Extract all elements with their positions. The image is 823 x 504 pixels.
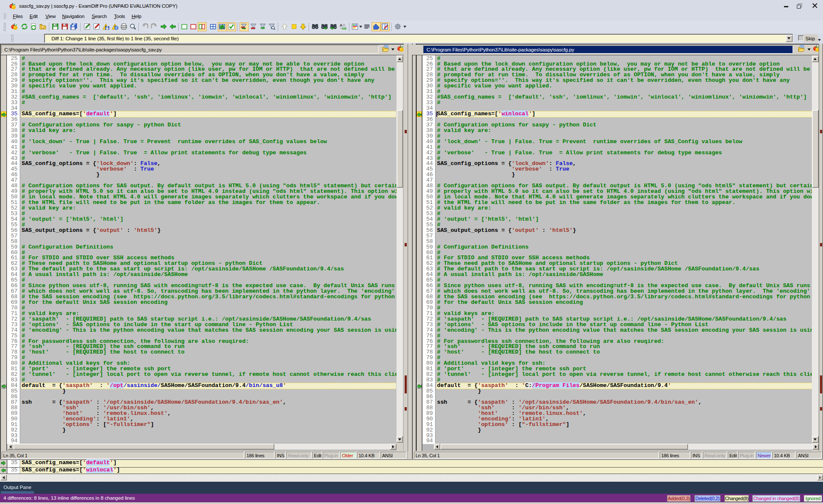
svg-text:AB: AB (342, 27, 346, 30)
